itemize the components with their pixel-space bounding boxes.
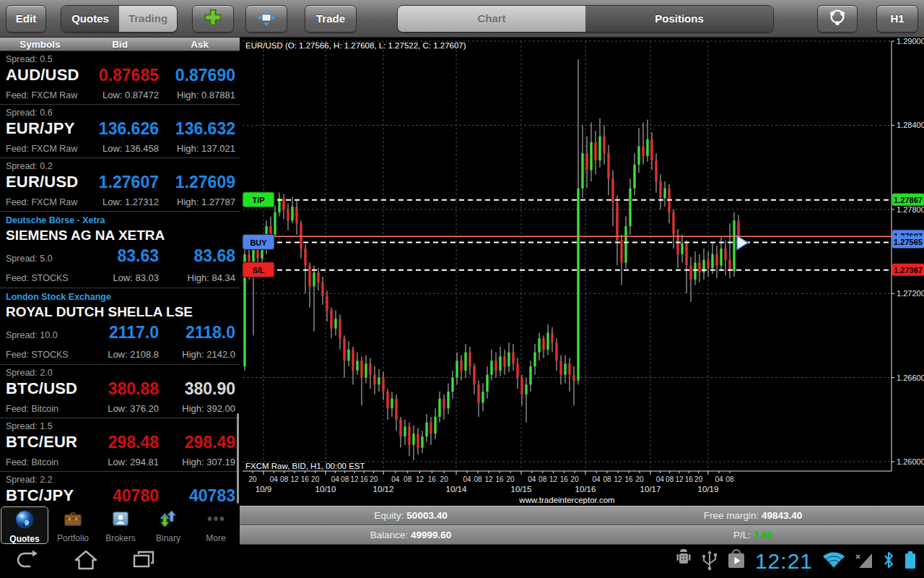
svg-text:16: 16 (495, 475, 504, 483)
top-toolbar: Edit Quotes Trading Trade Chart (0, 0, 924, 38)
date-label: 10/15 (511, 485, 532, 493)
edit-button[interactable]: Edit (6, 5, 46, 33)
svg-text:20: 20 (571, 475, 580, 483)
timeframe-button[interactable]: H1 (876, 5, 918, 33)
ask-value: 136.632 (175, 119, 235, 139)
grid-layer (243, 41, 892, 471)
svg-text:16: 16 (360, 475, 369, 483)
chart-panel[interactable]: 1.290001.284001.278001.272001.266001.260… (240, 38, 924, 506)
watchlist-row-btceur[interactable]: Spread: 1.5 BTC/EUR 298.48 298.49 Feed: … (0, 418, 240, 472)
nav-item-brokers[interactable]: Brokers (97, 506, 144, 544)
nav-item-quotes[interactable]: Quotes (1, 506, 48, 544)
svg-text:16: 16 (560, 475, 569, 483)
watchlist-row-eurusd[interactable]: Spread: 0.2 EUR/USD 1.27607 1.27609 Feed… (0, 158, 240, 212)
bottom-strip: Quotes Portfolio (0, 506, 924, 545)
order-lines-layer[interactable]: 1.278671.276071.275651.27367T/PBUYS/L (243, 192, 924, 277)
wifi-icon (821, 549, 846, 574)
bottom-nav: Quotes Portfolio (0, 506, 240, 545)
account-row-2: Balance: 49999.60 P/L: 3.80 (240, 525, 924, 545)
watchlist-row-siemens[interactable]: Deutsche Börse - Xetra SIEMENS AG NA XET… (0, 212, 240, 288)
svg-text:20: 20 (248, 475, 257, 483)
quotes-trading-toggle: Quotes Trading (61, 5, 178, 33)
ask-value: 1.27609 (175, 173, 235, 192)
candles-layer (243, 59, 739, 460)
svg-text:12: 12 (350, 475, 359, 483)
bid-value: 298.48 (108, 433, 159, 452)
tab-positions[interactable]: Positions (585, 6, 773, 32)
svg-text:08: 08 (404, 475, 412, 483)
date-label: 10/19 (698, 485, 719, 493)
trade-button[interactable]: Trade (305, 5, 357, 33)
svg-text:12: 12 (675, 475, 684, 483)
svg-text:12: 12 (484, 475, 493, 483)
svg-text:04: 04 (391, 475, 400, 483)
price-tick-label: 1.26000 (897, 457, 924, 466)
date-label: 10/9 (256, 485, 271, 493)
price-tick-label: 1.26600 (897, 374, 924, 382)
date-label: 10/17 (640, 485, 661, 493)
watchlist-row-audusd[interactable]: Spread: 0.5 AUD/USD 0.87685 0.87690 Feed… (0, 51, 240, 105)
nav-label: Binary (156, 533, 180, 543)
svg-text:04: 04 (528, 475, 536, 483)
nav-item-portfolio[interactable]: Portfolio (50, 506, 96, 544)
column-bid: Bid (80, 39, 160, 50)
battery-icon (904, 549, 917, 574)
svg-text:16: 16 (624, 475, 633, 483)
trade-interceptor-app: Edit Quotes Trading Trade Chart (0, 0, 924, 578)
account-row-1: Equity: 50003.40 Free margin: 49843.40 (240, 506, 924, 525)
svg-text:1.27565: 1.27565 (894, 238, 923, 246)
usb-connected-icon (702, 549, 718, 574)
svg-text:20: 20 (370, 475, 378, 483)
axis-layer: 1.290001.284001.278001.272001.266001.260… (243, 38, 924, 504)
bid-value: 1.27607 (99, 173, 159, 192)
svg-text:BUY: BUY (250, 238, 267, 247)
ask-value: 298.49 (185, 433, 235, 452)
ask-value: 0.87690 (175, 66, 235, 85)
nav-item-binary[interactable]: Binary (145, 506, 191, 544)
svg-text:08: 08 (539, 475, 547, 483)
svg-text:08: 08 (666, 475, 674, 483)
svg-text:20: 20 (311, 475, 320, 483)
svg-text:20: 20 (506, 475, 515, 483)
recents-button[interactable] (131, 548, 156, 574)
date-label: 10/12 (373, 485, 394, 493)
column-symbols: Symbols (0, 39, 80, 50)
svg-text:20: 20 (635, 475, 644, 483)
watchlist-row-eurjpy[interactable]: Spread: 0.6 EUR/JPY 136.626 136.632 Feed… (0, 105, 240, 158)
mouse-cursor (737, 236, 748, 249)
brokers-icon (110, 508, 131, 532)
pan-mode-button[interactable] (245, 5, 287, 33)
toggle-quotes[interactable]: Quotes (61, 6, 119, 32)
chart-ohlc-title: EUR/USD (O: 1.27566, H: 1.27608, L: 1.27… (245, 41, 466, 50)
watchlist-row-royaldutch[interactable]: London Stock Exchange ROYAL DUTCH SHELLA… (0, 288, 240, 365)
svg-text:S/L: S/L (252, 266, 264, 275)
more-dots-icon (205, 508, 227, 532)
svg-text:T/P: T/P (252, 196, 264, 204)
date-label: 10/14 (446, 485, 467, 493)
back-button[interactable] (14, 548, 40, 574)
home-button[interactable] (74, 548, 98, 574)
add-symbol-button[interactable] (192, 5, 234, 33)
nav-label: Portfolio (57, 533, 89, 543)
watchlist-row-btcjpy[interactable]: Spread: 2.2 BTC/JPY 40780 40783 (0, 472, 240, 506)
price-chart[interactable]: 1.290001.284001.278001.272001.266001.260… (240, 38, 924, 506)
svg-text:20: 20 (440, 475, 449, 483)
watchlist-row-btcusd[interactable]: Spread: 2.0 BTC/USD 380.88 380.90 Feed: … (0, 365, 240, 418)
ask-value: 2118.0 (186, 323, 235, 342)
nav-item-more[interactable]: More (193, 506, 239, 544)
date-label: 10/16 (575, 485, 596, 493)
plus-icon (203, 7, 223, 30)
svg-text:04: 04 (331, 475, 340, 483)
price-tick-label: 1.27800 (897, 205, 924, 214)
svg-text:12: 12 (290, 475, 299, 483)
toggle-trading[interactable]: Trading (119, 6, 177, 32)
circle-dots-icon (827, 7, 848, 30)
svg-text:16: 16 (428, 475, 437, 483)
watermark: www.tradeinterceptor.com (518, 496, 614, 504)
tab-chart[interactable]: Chart (398, 6, 585, 32)
indicators-button[interactable] (817, 5, 858, 33)
ask-value: 83.68 (193, 246, 235, 266)
svg-text:04: 04 (715, 475, 723, 483)
pan-move-icon (256, 7, 277, 30)
watchlist-scrollbar[interactable] (237, 413, 239, 504)
